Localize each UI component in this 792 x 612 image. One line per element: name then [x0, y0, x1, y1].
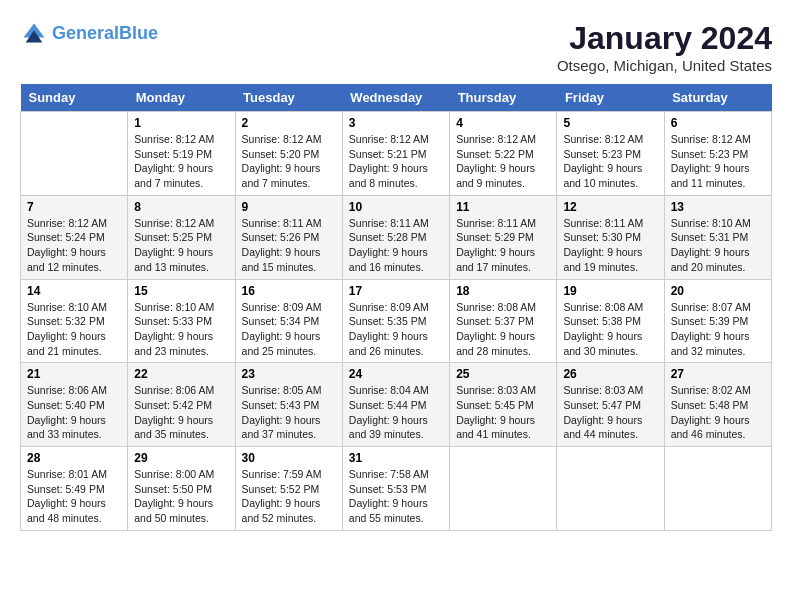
- weekday-header-wednesday: Wednesday: [342, 84, 449, 112]
- calendar-cell: 15 Sunrise: 8:10 AM Sunset: 5:33 PM Dayl…: [128, 279, 235, 363]
- sunset-text: Sunset: 5:34 PM: [242, 314, 336, 329]
- daylight-text: Daylight: 9 hours and 35 minutes.: [134, 413, 228, 442]
- calendar-cell: 7 Sunrise: 8:12 AM Sunset: 5:24 PM Dayli…: [21, 195, 128, 279]
- calendar-table: SundayMondayTuesdayWednesdayThursdayFrid…: [20, 84, 772, 531]
- sunset-text: Sunset: 5:40 PM: [27, 398, 121, 413]
- sunset-text: Sunset: 5:23 PM: [563, 147, 657, 162]
- sunrise-text: Sunrise: 7:58 AM: [349, 467, 443, 482]
- sunrise-text: Sunrise: 7:59 AM: [242, 467, 336, 482]
- daylight-text: Daylight: 9 hours and 21 minutes.: [27, 329, 121, 358]
- logo-icon: [20, 20, 48, 48]
- daylight-text: Daylight: 9 hours and 10 minutes.: [563, 161, 657, 190]
- cell-content: Sunrise: 8:03 AM Sunset: 5:47 PM Dayligh…: [563, 383, 657, 442]
- sunrise-text: Sunrise: 8:12 AM: [242, 132, 336, 147]
- day-number: 19: [563, 284, 657, 298]
- calendar-cell: 10 Sunrise: 8:11 AM Sunset: 5:28 PM Dayl…: [342, 195, 449, 279]
- sunset-text: Sunset: 5:19 PM: [134, 147, 228, 162]
- cell-content: Sunrise: 8:12 AM Sunset: 5:19 PM Dayligh…: [134, 132, 228, 191]
- weekday-header-friday: Friday: [557, 84, 664, 112]
- cell-content: Sunrise: 8:00 AM Sunset: 5:50 PM Dayligh…: [134, 467, 228, 526]
- logo: GeneralBlue: [20, 20, 158, 48]
- cell-content: Sunrise: 8:12 AM Sunset: 5:21 PM Dayligh…: [349, 132, 443, 191]
- sunset-text: Sunset: 5:28 PM: [349, 230, 443, 245]
- sunset-text: Sunset: 5:52 PM: [242, 482, 336, 497]
- sunrise-text: Sunrise: 8:12 AM: [134, 132, 228, 147]
- cell-content: Sunrise: 8:09 AM Sunset: 5:34 PM Dayligh…: [242, 300, 336, 359]
- location: Otsego, Michigan, United States: [557, 57, 772, 74]
- cell-content: Sunrise: 8:11 AM Sunset: 5:26 PM Dayligh…: [242, 216, 336, 275]
- day-number: 2: [242, 116, 336, 130]
- cell-content: Sunrise: 8:09 AM Sunset: 5:35 PM Dayligh…: [349, 300, 443, 359]
- week-row-4: 21 Sunrise: 8:06 AM Sunset: 5:40 PM Dayl…: [21, 363, 772, 447]
- cell-content: Sunrise: 8:10 AM Sunset: 5:33 PM Dayligh…: [134, 300, 228, 359]
- sunrise-text: Sunrise: 8:08 AM: [456, 300, 550, 315]
- calendar-cell: [664, 447, 771, 531]
- calendar-cell: 25 Sunrise: 8:03 AM Sunset: 5:45 PM Dayl…: [450, 363, 557, 447]
- sunrise-text: Sunrise: 8:12 AM: [27, 216, 121, 231]
- daylight-text: Daylight: 9 hours and 19 minutes.: [563, 245, 657, 274]
- sunrise-text: Sunrise: 8:09 AM: [242, 300, 336, 315]
- calendar-cell: [450, 447, 557, 531]
- sunset-text: Sunset: 5:53 PM: [349, 482, 443, 497]
- calendar-cell: 20 Sunrise: 8:07 AM Sunset: 5:39 PM Dayl…: [664, 279, 771, 363]
- daylight-text: Daylight: 9 hours and 46 minutes.: [671, 413, 765, 442]
- weekday-header-saturday: Saturday: [664, 84, 771, 112]
- calendar-cell: 23 Sunrise: 8:05 AM Sunset: 5:43 PM Dayl…: [235, 363, 342, 447]
- cell-content: Sunrise: 8:12 AM Sunset: 5:25 PM Dayligh…: [134, 216, 228, 275]
- cell-content: Sunrise: 7:58 AM Sunset: 5:53 PM Dayligh…: [349, 467, 443, 526]
- day-number: 27: [671, 367, 765, 381]
- daylight-text: Daylight: 9 hours and 23 minutes.: [134, 329, 228, 358]
- cell-content: Sunrise: 8:05 AM Sunset: 5:43 PM Dayligh…: [242, 383, 336, 442]
- day-number: 14: [27, 284, 121, 298]
- day-number: 6: [671, 116, 765, 130]
- cell-content: Sunrise: 8:02 AM Sunset: 5:48 PM Dayligh…: [671, 383, 765, 442]
- month-title: January 2024: [557, 20, 772, 57]
- sunset-text: Sunset: 5:26 PM: [242, 230, 336, 245]
- sunrise-text: Sunrise: 8:12 AM: [134, 216, 228, 231]
- cell-content: Sunrise: 8:10 AM Sunset: 5:32 PM Dayligh…: [27, 300, 121, 359]
- daylight-text: Daylight: 9 hours and 7 minutes.: [134, 161, 228, 190]
- sunset-text: Sunset: 5:50 PM: [134, 482, 228, 497]
- daylight-text: Daylight: 9 hours and 13 minutes.: [134, 245, 228, 274]
- weekday-header-tuesday: Tuesday: [235, 84, 342, 112]
- sunrise-text: Sunrise: 8:07 AM: [671, 300, 765, 315]
- day-number: 13: [671, 200, 765, 214]
- sunrise-text: Sunrise: 8:11 AM: [563, 216, 657, 231]
- weekday-header-thursday: Thursday: [450, 84, 557, 112]
- daylight-text: Daylight: 9 hours and 39 minutes.: [349, 413, 443, 442]
- calendar-cell: [557, 447, 664, 531]
- sunrise-text: Sunrise: 8:05 AM: [242, 383, 336, 398]
- cell-content: Sunrise: 8:06 AM Sunset: 5:40 PM Dayligh…: [27, 383, 121, 442]
- cell-content: Sunrise: 8:11 AM Sunset: 5:30 PM Dayligh…: [563, 216, 657, 275]
- page-header: GeneralBlue January 2024 Otsego, Michiga…: [20, 20, 772, 74]
- calendar-cell: 19 Sunrise: 8:08 AM Sunset: 5:38 PM Dayl…: [557, 279, 664, 363]
- day-number: 26: [563, 367, 657, 381]
- daylight-text: Daylight: 9 hours and 55 minutes.: [349, 496, 443, 525]
- sunrise-text: Sunrise: 8:12 AM: [563, 132, 657, 147]
- sunset-text: Sunset: 5:37 PM: [456, 314, 550, 329]
- daylight-text: Daylight: 9 hours and 8 minutes.: [349, 161, 443, 190]
- cell-content: Sunrise: 8:12 AM Sunset: 5:20 PM Dayligh…: [242, 132, 336, 191]
- sunset-text: Sunset: 5:45 PM: [456, 398, 550, 413]
- daylight-text: Daylight: 9 hours and 7 minutes.: [242, 161, 336, 190]
- calendar-cell: 13 Sunrise: 8:10 AM Sunset: 5:31 PM Dayl…: [664, 195, 771, 279]
- daylight-text: Daylight: 9 hours and 26 minutes.: [349, 329, 443, 358]
- calendar-cell: 17 Sunrise: 8:09 AM Sunset: 5:35 PM Dayl…: [342, 279, 449, 363]
- daylight-text: Daylight: 9 hours and 11 minutes.: [671, 161, 765, 190]
- sunrise-text: Sunrise: 8:03 AM: [563, 383, 657, 398]
- sunrise-text: Sunrise: 8:03 AM: [456, 383, 550, 398]
- cell-content: Sunrise: 8:12 AM Sunset: 5:22 PM Dayligh…: [456, 132, 550, 191]
- calendar-cell: 4 Sunrise: 8:12 AM Sunset: 5:22 PM Dayli…: [450, 112, 557, 196]
- sunset-text: Sunset: 5:33 PM: [134, 314, 228, 329]
- calendar-cell: 24 Sunrise: 8:04 AM Sunset: 5:44 PM Dayl…: [342, 363, 449, 447]
- day-number: 22: [134, 367, 228, 381]
- calendar-cell: 27 Sunrise: 8:02 AM Sunset: 5:48 PM Dayl…: [664, 363, 771, 447]
- sunrise-text: Sunrise: 8:06 AM: [27, 383, 121, 398]
- sunset-text: Sunset: 5:30 PM: [563, 230, 657, 245]
- day-number: 9: [242, 200, 336, 214]
- daylight-text: Daylight: 9 hours and 50 minutes.: [134, 496, 228, 525]
- sunrise-text: Sunrise: 8:00 AM: [134, 467, 228, 482]
- sunset-text: Sunset: 5:25 PM: [134, 230, 228, 245]
- sunrise-text: Sunrise: 8:12 AM: [456, 132, 550, 147]
- day-number: 7: [27, 200, 121, 214]
